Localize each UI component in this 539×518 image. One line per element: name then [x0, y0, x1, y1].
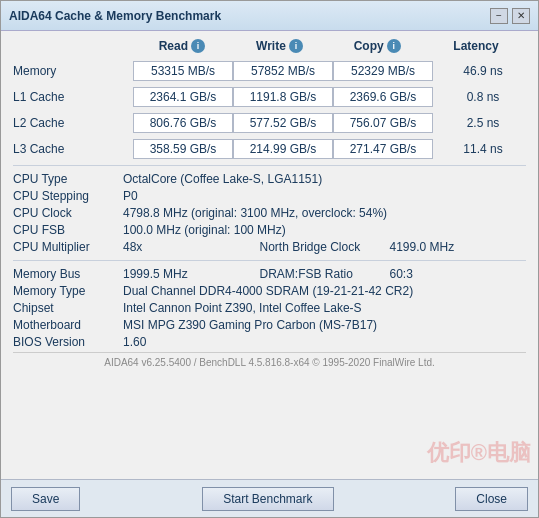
cpu-multiplier-row: CPU Multiplier 48x North Bridge Clock 41… [13, 240, 526, 254]
header-write: Write i [231, 39, 329, 53]
header-copy: Copy i [328, 39, 426, 53]
bench-latency-value: 46.9 ns [433, 64, 533, 78]
bench-latency-value: 11.4 ns [433, 142, 533, 156]
bench-copy-cell: 271.47 GB/s [333, 139, 433, 159]
header-read: Read i [133, 39, 231, 53]
title-bar: AIDA64 Cache & Memory Benchmark − ✕ [1, 1, 538, 31]
bench-label: L1 Cache [13, 90, 133, 104]
close-title-button[interactable]: ✕ [512, 8, 530, 24]
bench-read-cell: 53315 MB/s [133, 61, 233, 81]
bench-write-cell: 1191.8 GB/s [233, 87, 333, 107]
header-empty [13, 39, 133, 53]
bottom-bar: Save Start Benchmark Close [1, 479, 538, 517]
bench-read-cell: 358.59 GB/s [133, 139, 233, 159]
bench-read-value: 2364.1 GB/s [133, 87, 233, 107]
bench-read-cell: 2364.1 GB/s [133, 87, 233, 107]
bench-write-value: 1191.8 GB/s [233, 87, 333, 107]
table-row: L2 Cache 806.76 GB/s 577.52 GB/s 756.07 … [13, 113, 526, 133]
column-headers: Read i Write i Copy i Latency [13, 39, 526, 57]
table-row: L3 Cache 358.59 GB/s 214.99 GB/s 271.47 … [13, 139, 526, 159]
bench-read-value: 358.59 GB/s [133, 139, 233, 159]
copy-info-icon[interactable]: i [387, 39, 401, 53]
bench-copy-value: 271.47 GB/s [333, 139, 433, 159]
save-button[interactable]: Save [11, 487, 80, 511]
bench-copy-cell: 2369.6 GB/s [333, 87, 433, 107]
table-row: L1 Cache 2364.1 GB/s 1191.8 GB/s 2369.6 … [13, 87, 526, 107]
inner-divider [13, 260, 526, 261]
bench-copy-cell: 52329 MB/s [333, 61, 433, 81]
close-button[interactable]: Close [455, 487, 528, 511]
footer-text: AIDA64 v6.25.5400 / BenchDLL 4.5.816.8-x… [13, 352, 526, 372]
bench-label: Memory [13, 64, 133, 78]
window-title: AIDA64 Cache & Memory Benchmark [9, 9, 221, 23]
memory-type-row: Memory Type Dual Channel DDR4-4000 SDRAM… [13, 284, 526, 298]
bios-row: BIOS Version 1.60 [13, 335, 526, 349]
benchmark-rows: Memory 53315 MB/s 57852 MB/s 52329 MB/s … [13, 61, 526, 159]
title-controls: − ✕ [490, 8, 530, 24]
read-info-icon[interactable]: i [191, 39, 205, 53]
motherboard-row: Motherboard MSI MPG Z390 Gaming Pro Carb… [13, 318, 526, 332]
bench-copy-value: 756.07 GB/s [333, 113, 433, 133]
bench-write-cell: 577.52 GB/s [233, 113, 333, 133]
bench-write-value: 214.99 GB/s [233, 139, 333, 159]
bench-write-value: 57852 MB/s [233, 61, 333, 81]
bench-write-cell: 214.99 GB/s [233, 139, 333, 159]
system-info-section: CPU Type OctalCore (Coffee Lake-S, LGA11… [13, 172, 526, 349]
bench-read-cell: 806.76 GB/s [133, 113, 233, 133]
bench-copy-value: 52329 MB/s [333, 61, 433, 81]
bench-write-cell: 57852 MB/s [233, 61, 333, 81]
bench-write-value: 577.52 GB/s [233, 113, 333, 133]
cpu-fsb-row: CPU FSB 100.0 MHz (original: 100 MHz) [13, 223, 526, 237]
header-latency: Latency [426, 39, 526, 53]
main-content: Read i Write i Copy i Latency Memory 533 [1, 31, 538, 479]
memory-bus-row: Memory Bus 1999.5 MHz DRAM:FSB Ratio 60:… [13, 267, 526, 281]
cpu-stepping-row: CPU Stepping P0 [13, 189, 526, 203]
bench-latency-value: 0.8 ns [433, 90, 533, 104]
table-row: Memory 53315 MB/s 57852 MB/s 52329 MB/s … [13, 61, 526, 81]
cpu-clock-row: CPU Clock 4798.8 MHz (original: 3100 MHz… [13, 206, 526, 220]
bench-label: L2 Cache [13, 116, 133, 130]
bench-latency-value: 2.5 ns [433, 116, 533, 130]
start-benchmark-button[interactable]: Start Benchmark [202, 487, 333, 511]
section-divider [13, 165, 526, 166]
minimize-button[interactable]: − [490, 8, 508, 24]
bench-read-value: 53315 MB/s [133, 61, 233, 81]
bench-copy-value: 2369.6 GB/s [333, 87, 433, 107]
cpu-type-row: CPU Type OctalCore (Coffee Lake-S, LGA11… [13, 172, 526, 186]
bench-read-value: 806.76 GB/s [133, 113, 233, 133]
bench-copy-cell: 756.07 GB/s [333, 113, 433, 133]
chipset-row: Chipset Intel Cannon Point Z390, Intel C… [13, 301, 526, 315]
bench-label: L3 Cache [13, 142, 133, 156]
write-info-icon[interactable]: i [289, 39, 303, 53]
